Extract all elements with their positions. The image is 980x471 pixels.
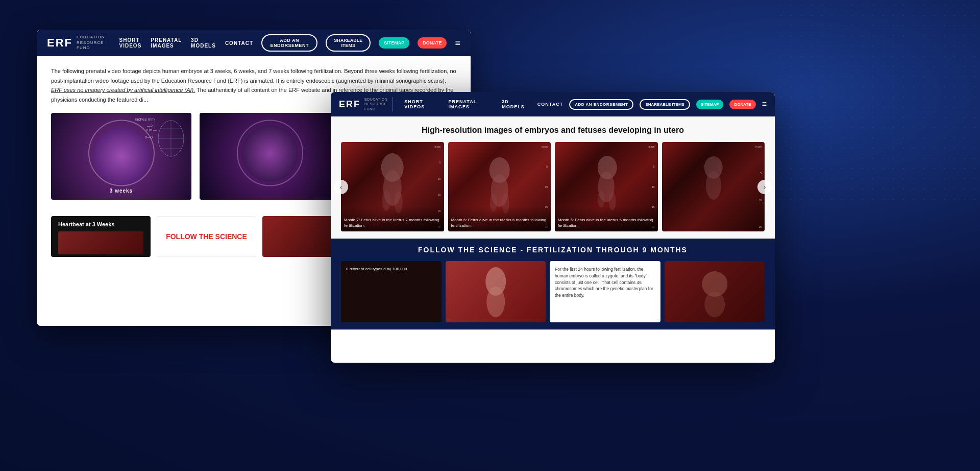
science-title: FOLLOW THE SCIENCE - FERTILIZATION THROU…	[341, 246, 765, 254]
prenatal-section: High-resolution images of embryos and fe…	[331, 116, 775, 239]
science-cards-row: 0 different cell types d by 100,000 For …	[341, 261, 765, 322]
back-nav-links: SHORT VIDEOS PRENATAL IMAGES 3D MODELS C…	[119, 37, 254, 49]
prenatal-caption-6: Month 6: Fetus alive in the uterus 6 mon…	[448, 207, 551, 231]
fetus-4-svg	[662, 142, 765, 231]
science-card-2-text: For the first 24 hours following fertili…	[555, 266, 655, 299]
science-card-3-svg	[665, 261, 765, 322]
prenatal-img-6[interactable]: in cm 5 10 15 20 Month 6: Fetus alive in…	[448, 142, 551, 231]
front-nav-short-videos[interactable]: SHORT VIDEOS	[404, 99, 441, 109]
front-btn-endorse[interactable]: ADD AN ENDORSEMENT	[569, 99, 633, 110]
back-btn-sitemap[interactable]: SITEMAP	[379, 37, 409, 49]
prev-button[interactable]: ‹	[334, 180, 348, 194]
back-nav-prenatal-images[interactable]: PRENATAL IMAGES	[151, 37, 182, 49]
back-weeks-label: 3 weeks	[110, 188, 133, 194]
science-card-0-text: 0 different cell types d by 100,000	[341, 261, 442, 277]
science-card-3[interactable]	[665, 261, 765, 322]
prenatal-img-7[interactable]: in cm 5 10 15 20 25 Month 7: Fetus alive…	[341, 142, 444, 231]
science-card-1[interactable]	[446, 261, 546, 322]
back-card-heartbeat[interactable]: Heartbeat at 3 Weeks	[51, 216, 151, 257]
front-hamburger-icon[interactable]: ≡	[762, 100, 767, 109]
back-nav-3d-models[interactable]: 3D MODELS	[191, 37, 216, 49]
ruler-mark-7-top: in cm	[433, 145, 441, 148]
svg-point-20	[486, 287, 505, 317]
front-btn-donate[interactable]: DONATE	[729, 100, 755, 109]
front-window: ERF EDUCATION RESOURCE FUND SHORT VIDEOS…	[331, 92, 775, 363]
front-nav-prenatal-images[interactable]: PRENATAL IMAGES	[449, 99, 495, 109]
back-nav-short-videos[interactable]: SHORT VIDEOS	[119, 37, 142, 49]
dot-pattern	[776, 0, 980, 204]
back-logo-subtitle: EDUCATION RESOURCE FUND	[77, 35, 105, 51]
back-card-follow-label: FOLLOW THE SCIENCE	[166, 232, 247, 241]
science-section: FOLLOW THE SCIENCE - FERTILIZATION THROU…	[331, 239, 775, 329]
back-hamburger-icon[interactable]: ≡	[455, 38, 460, 49]
back-thumb-inner-1: inches mm —2 1/16 — 0—0 3 weeks	[51, 113, 191, 200]
scope-outer-2	[237, 120, 303, 186]
svg-point-18	[705, 171, 721, 200]
science-card-1-svg	[446, 261, 546, 322]
back-card-heartbeat-label: Heartbeat at 3 Weeks	[58, 221, 143, 227]
science-card-0[interactable]: 0 different cell types d by 100,000	[341, 261, 442, 322]
prenatal-images-row: ‹ in cm 5 10 15 20	[341, 142, 765, 231]
back-video-thumb-1[interactable]: inches mm —2 1/16 — 0—0 3 weeks	[51, 113, 191, 200]
back-btn-donate[interactable]: DONATE	[418, 37, 447, 49]
prenatal-img-4-bg: in cm 5 10 15	[662, 142, 765, 231]
ruler-0: 0—0	[145, 135, 153, 139]
next-button[interactable]: ›	[757, 180, 772, 194]
front-logo-subtitle: EDUCATION RESOURCE FUND	[364, 97, 387, 111]
back-nav-contact[interactable]: CONTACT	[225, 40, 253, 46]
svg-point-22	[704, 292, 725, 317]
back-video-thumb-2[interactable]	[200, 113, 340, 200]
prenatal-caption-7: Month 7: Fetus alive in the uterus 7 mon…	[341, 207, 444, 231]
back-navbar: ERF EDUCATION RESOURCE FUND SHORT VIDEOS…	[37, 30, 471, 56]
back-logo[interactable]: ERF EDUCATION RESOURCE FUND	[47, 35, 105, 51]
back-btn-shareable[interactable]: SHAREABLE ITEMS	[326, 34, 371, 52]
front-nav-links: SHORT VIDEOS PRENATAL IMAGES 3D MODELS C…	[404, 99, 563, 109]
ruler-mark-6-top: in cm	[540, 145, 548, 148]
front-navbar: ERF EDUCATION RESOURCE FUND SHORT VIDEOS…	[331, 92, 775, 116]
front-btn-sitemap[interactable]: SITEMAP	[696, 100, 724, 109]
grid-overlay-1	[156, 118, 186, 159]
back-card-follow[interactable]: FOLLOW THE SCIENCE	[157, 216, 256, 257]
front-nav-contact[interactable]: CONTACT	[537, 102, 563, 107]
front-nav-3d-models[interactable]: 3D MODELS	[502, 99, 530, 109]
prenatal-img-4[interactable]: in cm 5 10 15	[662, 142, 765, 231]
back-heartbeat-img	[58, 231, 143, 254]
prenatal-caption-5: Month 5: Fetus alive in the uterus 5 mon…	[555, 207, 658, 231]
svg-point-15	[598, 191, 605, 207]
front-btn-shareable[interactable]: SHAREABLE ITEMS	[640, 99, 690, 110]
ruler-mark-5-top: in cm	[647, 145, 655, 148]
prenatal-title: High-resolution images of embryos and fe…	[341, 126, 765, 135]
ruler-116: 1/16 —	[145, 128, 157, 132]
ruler-inches: inches mm	[135, 117, 155, 122]
ruler-2: —2	[147, 124, 153, 128]
front-logo[interactable]: ERF EDUCATION RESOURCE FUND	[339, 97, 393, 111]
prenatal-img-5[interactable]: in cm 5 10 15 20 Month 5: Fetus alive in…	[555, 142, 658, 231]
back-btn-endorse[interactable]: ADD AN ENDORSEMENT	[261, 34, 317, 52]
ruler-mark-4-top: in cm	[753, 145, 762, 148]
science-card-2[interactable]: For the first 24 hours following fertili…	[550, 261, 660, 322]
back-thumb-inner-2	[200, 113, 340, 200]
back-logo-text: ERF	[47, 36, 72, 50]
front-logo-text: ERF	[339, 99, 360, 110]
scope-inner-1	[93, 128, 150, 184]
